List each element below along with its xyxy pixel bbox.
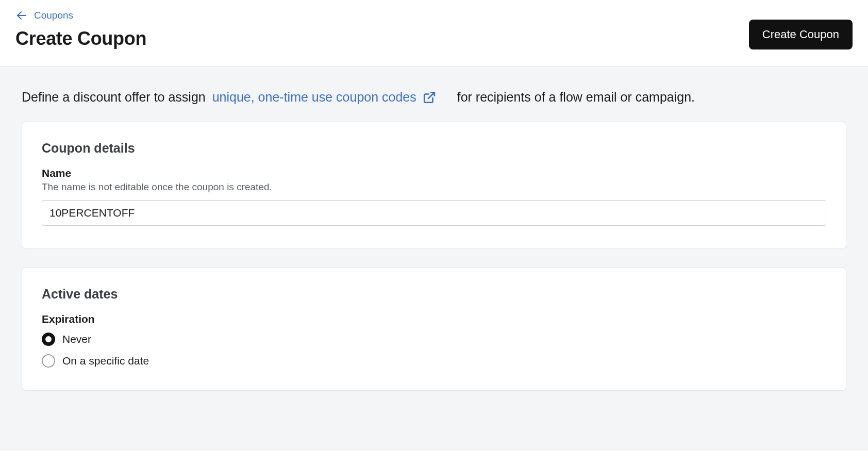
page-header: Coupons Create Coupon Create Coupon bbox=[0, 0, 868, 67]
expiration-label: Expiration bbox=[42, 313, 826, 325]
coupon-name-input[interactable] bbox=[42, 200, 826, 226]
intro-prefix: Define a discount offer to assign bbox=[22, 90, 209, 104]
page-title: Create Coupon bbox=[15, 28, 146, 49]
radio-never[interactable]: Never bbox=[42, 333, 826, 346]
breadcrumb-label: Coupons bbox=[34, 10, 73, 21]
active-dates-heading: Active dates bbox=[42, 287, 826, 302]
main-content: Define a discount offer to assign unique… bbox=[0, 67, 868, 451]
arrow-left-icon bbox=[15, 9, 28, 22]
coupon-details-heading: Coupon details bbox=[42, 141, 826, 156]
radio-icon-selected bbox=[42, 333, 55, 346]
intro-text: Define a discount offer to assign unique… bbox=[22, 88, 846, 106]
external-link-icon bbox=[423, 91, 436, 104]
radio-icon-unselected bbox=[42, 354, 55, 368]
name-label: Name bbox=[42, 167, 826, 179]
expiration-radio-group: Never On a specific date bbox=[42, 333, 826, 368]
coupon-codes-link-text: unique, one-time use coupon codes bbox=[212, 88, 416, 106]
coupon-details-card: Coupon details Name The name is not edit… bbox=[22, 122, 846, 249]
radio-specific-date[interactable]: On a specific date bbox=[42, 354, 826, 368]
name-hint: The name is not editable once the coupon… bbox=[42, 181, 826, 193]
intro-suffix: for recipients of a flow email or campai… bbox=[457, 90, 695, 104]
radio-never-label: Never bbox=[62, 333, 91, 345]
header-left: Coupons Create Coupon bbox=[15, 9, 146, 49]
coupon-codes-link[interactable]: unique, one-time use coupon codes bbox=[212, 88, 450, 106]
radio-specific-label: On a specific date bbox=[62, 355, 149, 367]
breadcrumb-back-link[interactable]: Coupons bbox=[15, 9, 146, 22]
active-dates-card: Active dates Expiration Never On a speci… bbox=[22, 268, 846, 391]
create-coupon-button[interactable]: Create Coupon bbox=[749, 20, 853, 49]
svg-line-1 bbox=[428, 92, 435, 98]
